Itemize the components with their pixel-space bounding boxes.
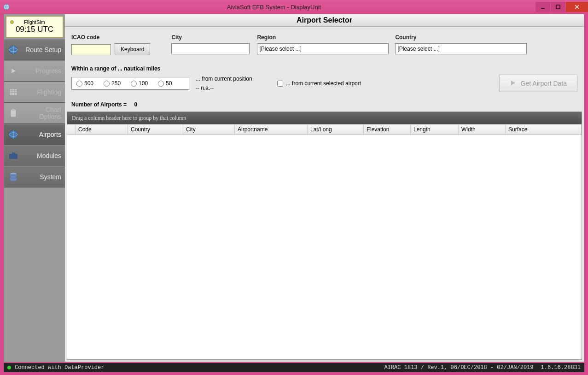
play-icon (8, 65, 19, 76)
nav-label: Chart Options (23, 106, 61, 121)
nav-label: Airports (23, 131, 61, 138)
range-100[interactable]: 100 (131, 80, 148, 87)
country-label: Country (395, 34, 527, 41)
minimize-button[interactable] (536, 2, 550, 12)
nav-label: Modules (23, 152, 61, 159)
col-city[interactable]: City (183, 124, 235, 135)
nav-flightlog[interactable]: Flightlog (4, 82, 65, 103)
filter-area: ICAO code Keyboard City Region [Please s… (65, 27, 584, 97)
status-bar: Connected with DataProvider AIRAC 1813 /… (4, 363, 584, 372)
connection-status-dot (7, 366, 11, 369)
nav-label: Progress (23, 67, 61, 75)
clipboard-icon (8, 108, 19, 119)
range-label: Within a range of ... nautical miles (71, 65, 577, 72)
range-50[interactable]: 50 (158, 80, 172, 87)
range-radio-group: 500 250 100 50 (71, 77, 189, 90)
country-group: Country [Please select ...] (395, 34, 527, 55)
city-group: City (171, 34, 250, 55)
filter-row: ICAO code Keyboard City Region [Please s… (71, 34, 577, 55)
airport-count: Number of Airports = 0 (65, 97, 584, 111)
nav-route-setup[interactable]: Route Setup (4, 39, 65, 60)
grid-icon (8, 87, 19, 98)
app-icon (0, 3, 13, 11)
row-selector-col (67, 124, 76, 135)
window-controls (535, 2, 588, 12)
icao-input[interactable] (71, 44, 111, 55)
briefcase-icon (8, 150, 19, 161)
nav-progress[interactable]: Progress (4, 60, 65, 82)
get-airport-data-button[interactable]: Get Airport Data (499, 75, 577, 92)
svg-rect-17 (12, 152, 15, 154)
nav-airports[interactable]: Airports (4, 124, 65, 145)
country-select[interactable]: [Please select ...] (395, 43, 527, 54)
region-label: Region (257, 34, 389, 41)
col-length[interactable]: Length (411, 124, 459, 135)
svg-rect-7 (10, 89, 17, 95)
svg-rect-13 (12, 109, 15, 111)
titlebar: AivlaSoft EFB System - DisplayUnit (0, 0, 588, 14)
range-250[interactable]: 250 (104, 80, 121, 87)
window-title: AivlaSoft EFB System - DisplayUnit (13, 4, 535, 11)
globe-icon (8, 44, 19, 55)
sim-clock: FlightSim 09:15 UTC (6, 16, 63, 37)
close-button[interactable] (566, 2, 588, 12)
nav-chart-options[interactable]: Chart Options (4, 103, 65, 124)
page-title: Airport Selector (65, 14, 584, 27)
airport-grid: Drag a column header here to group by th… (67, 111, 582, 360)
nav-label: System (23, 173, 61, 181)
clock-label: FlightSim (8, 19, 61, 25)
maximize-button[interactable] (551, 2, 565, 12)
range-500[interactable]: 500 (76, 80, 93, 87)
from-airport-checkbox[interactable]: ... from current selected airport (277, 80, 361, 87)
svg-rect-2 (556, 5, 560, 9)
col-surface[interactable]: Surface (506, 124, 582, 135)
col-elevation[interactable]: Elevation (364, 124, 411, 135)
play-icon (510, 80, 516, 88)
nav-modules[interactable]: Modules (4, 145, 65, 166)
app-window: AivlaSoft EFB System - DisplayUnit Fligh… (0, 0, 588, 375)
region-group: Region [Please select ...] (257, 34, 389, 55)
nav-label: Flightlog (23, 88, 61, 96)
svg-rect-12 (11, 110, 16, 117)
icao-group: ICAO code Keyboard (71, 34, 150, 55)
clock-status-dot (10, 20, 14, 24)
svg-rect-16 (9, 154, 17, 159)
nav-system[interactable]: System (4, 166, 65, 188)
nav-label: Route Setup (23, 46, 61, 53)
col-latlong[interactable]: Lat/Long (308, 124, 364, 135)
keyboard-button[interactable]: Keyboard (115, 43, 150, 55)
col-airportname[interactable]: Airportname (235, 124, 308, 135)
col-code[interactable]: Code (76, 124, 128, 135)
sidebar: FlightSim 09:15 UTC Route Setup Progress… (4, 14, 65, 362)
region-select[interactable]: [Please select ...] (257, 43, 389, 54)
col-width[interactable]: Width (459, 124, 506, 135)
col-country[interactable]: Country (128, 124, 183, 135)
grid-header: Code Country City Airportname Lat/Long E… (67, 124, 582, 135)
content-area: FlightSim 09:15 UTC Route Setup Progress… (4, 14, 584, 362)
main-panel: Airport Selector ICAO code Keyboard City (65, 14, 584, 362)
icao-label: ICAO code (71, 34, 150, 41)
status-airac: AIRAC 1813 / Rev.1, 06/DEC/2018 - 02/JAN… (384, 364, 534, 371)
grid-body[interactable] (67, 135, 582, 359)
city-input[interactable] (171, 43, 250, 54)
from-position-text: ... from current position -- n.a.-- (196, 76, 252, 91)
city-label: City (171, 34, 250, 41)
status-connection: Connected with DataProvider (15, 364, 104, 371)
group-by-bar[interactable]: Drag a column header here to group by th… (67, 112, 582, 124)
globe-icon (8, 129, 19, 140)
range-section: Within a range of ... nautical miles 500… (71, 65, 577, 92)
status-version: 1.6.16.28831 (541, 364, 581, 371)
clock-time: 09:15 UTC (8, 25, 61, 34)
database-icon (8, 171, 19, 182)
